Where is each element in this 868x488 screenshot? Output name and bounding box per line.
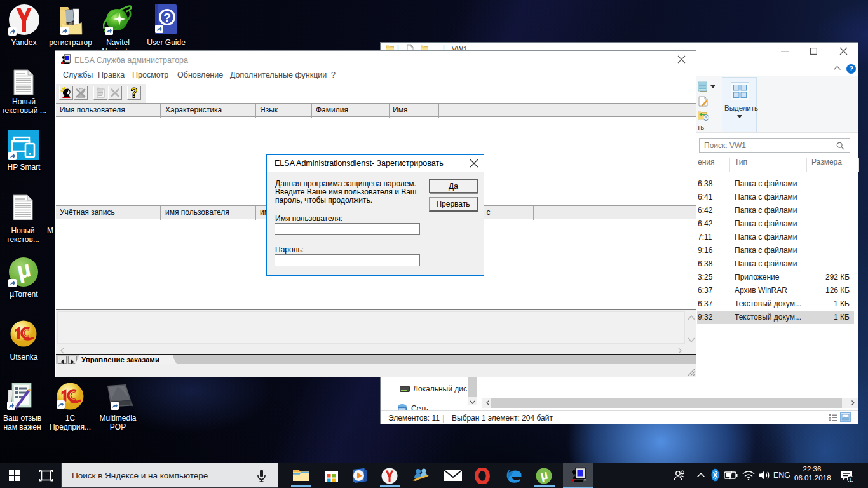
svg-text:?: ? <box>163 11 171 24</box>
svg-text:1: 1 <box>849 477 852 482</box>
